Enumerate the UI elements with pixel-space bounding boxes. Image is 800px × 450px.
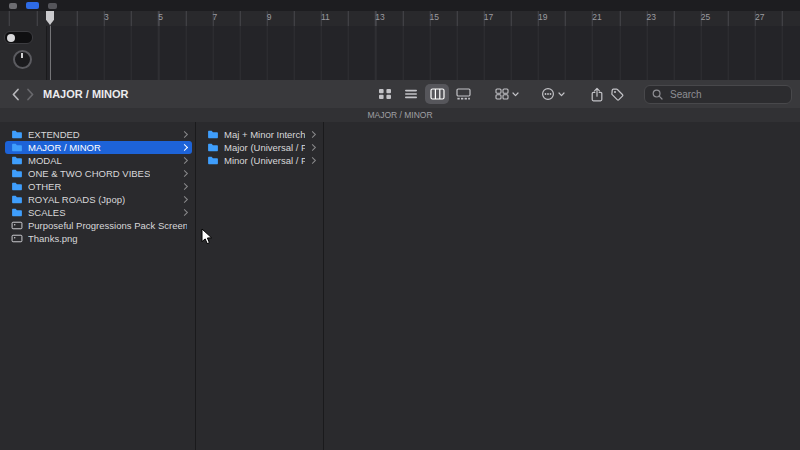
playhead-marker[interactable]: [46, 11, 54, 25]
search-field[interactable]: [644, 85, 792, 104]
finder-window: MAJOR / MINOR: [0, 80, 800, 450]
file-row[interactable]: Minor (Universal / Pop): [201, 154, 320, 167]
ruler-bar-number: 7: [213, 12, 218, 22]
group-by-icon: [495, 88, 509, 100]
forward-button[interactable]: [23, 86, 38, 103]
folder-icon: [207, 156, 219, 165]
chevron-right-icon: [181, 131, 188, 138]
ruler-bar-number: 5: [158, 12, 163, 22]
folder-icon: [207, 130, 219, 139]
view-switcher: [373, 84, 475, 104]
browser-column-2: Maj + Minor InterchangeMajor (Universal …: [196, 122, 324, 450]
file-row-label: ONE & TWO CHORD VIBES: [28, 167, 150, 180]
file-row-label: Maj + Minor Interchange: [224, 128, 305, 141]
file-row[interactable]: Maj + Minor Interchange: [201, 128, 320, 141]
chevron-left-icon: [11, 88, 20, 101]
chevron-right-icon: [181, 157, 188, 164]
ruler-bar-number: 11: [321, 12, 330, 22]
list-view-button[interactable]: [399, 84, 423, 104]
browser-column-1: EXTENDEDMAJOR / MINORMODALONE & TWO CHOR…: [0, 122, 196, 450]
toggle-knob-icon: [7, 34, 15, 42]
track-header: [0, 26, 47, 80]
search-icon: [652, 89, 663, 100]
list-view-icon: [404, 88, 418, 100]
tags-button[interactable]: [607, 86, 628, 103]
file-row[interactable]: SCALES: [5, 206, 192, 219]
file-row-label: MAJOR / MINOR: [28, 141, 101, 154]
file-row[interactable]: Thanks.png: [5, 232, 192, 245]
file-row-label: SCALES: [28, 206, 66, 219]
file-row-label: Minor (Universal / Pop): [224, 154, 305, 167]
file-row[interactable]: EXTENDED: [5, 128, 192, 141]
tag-icon: [611, 88, 624, 101]
daw-active-tool-icon[interactable]: [26, 2, 39, 9]
file-row[interactable]: Major (Universal / Pop): [201, 141, 320, 154]
toggle-switch[interactable]: [4, 31, 33, 44]
file-row[interactable]: Purposeful Progressions Pack Screenshot: [5, 219, 192, 232]
current-folder-label: MAJOR / MINOR: [367, 110, 432, 120]
daw-toolbar-icon[interactable]: [9, 3, 17, 9]
gallery-view-icon: [456, 88, 471, 100]
ruler-bar-number: 25: [701, 12, 710, 22]
ruler-bar-number: 15: [430, 12, 439, 22]
group-by-button[interactable]: [491, 86, 523, 102]
folder-icon: [11, 169, 23, 178]
share-icon: [591, 87, 603, 102]
share-button[interactable]: [587, 85, 607, 104]
folder-icon: [11, 130, 23, 139]
more-actions-icon: [541, 87, 555, 101]
file-row[interactable]: ONE & TWO CHORD VIBES: [5, 167, 192, 180]
daw-topbar: [0, 0, 800, 11]
file-row[interactable]: OTHER: [5, 180, 192, 193]
ruler-bar-number: 9: [267, 12, 272, 22]
daw-area: 3579111315171921232527: [0, 0, 800, 81]
ruler-bar-number: 23: [647, 12, 656, 22]
image-file-icon: [11, 234, 23, 243]
chevron-down-icon: [512, 92, 519, 97]
chevron-down-icon: [558, 92, 565, 97]
search-input[interactable]: [668, 88, 784, 101]
folder-icon: [207, 143, 219, 152]
ruler-bar-number: 27: [755, 12, 764, 22]
chevron-right-icon: [181, 209, 188, 216]
path-bar: MAJOR / MINOR: [0, 108, 800, 123]
more-actions-button[interactable]: [537, 85, 569, 103]
window-title: MAJOR / MINOR: [43, 88, 129, 100]
ruler-bar-number: 19: [538, 12, 547, 22]
chevron-right-icon: [309, 157, 316, 164]
chevron-right-icon: [181, 170, 188, 177]
chevron-right-icon: [309, 131, 316, 138]
finder-toolbar: MAJOR / MINOR: [0, 80, 800, 109]
column-view-icon: [430, 88, 445, 100]
chevron-right-icon: [309, 144, 316, 151]
chevron-right-icon: [26, 88, 35, 101]
column-view-button[interactable]: [425, 84, 449, 104]
image-file-icon: [11, 221, 23, 230]
file-row-label: Thanks.png: [28, 232, 78, 245]
ruler-bar-number: 21: [592, 12, 601, 22]
folder-icon: [11, 156, 23, 165]
file-browser: EXTENDEDMAJOR / MINORMODALONE & TWO CHOR…: [0, 122, 800, 450]
chevron-right-icon: [181, 144, 188, 151]
chevron-right-icon: [181, 196, 188, 203]
icon-view-button[interactable]: [373, 84, 397, 104]
file-row[interactable]: ROYAL ROADS (Jpop): [5, 193, 192, 206]
folder-icon: [11, 182, 23, 191]
file-row-label: Major (Universal / Pop): [224, 141, 305, 154]
file-row[interactable]: MAJOR / MINOR: [5, 141, 192, 154]
rotary-knob[interactable]: [13, 50, 32, 69]
file-row-label: MODAL: [28, 154, 62, 167]
back-button[interactable]: [8, 86, 23, 103]
playhead-line: [50, 26, 51, 80]
file-row-label: OTHER: [28, 180, 61, 193]
folder-icon: [11, 195, 23, 204]
ruler-bar-number: 17: [484, 12, 493, 22]
chevron-right-icon: [181, 183, 188, 190]
track-area[interactable]: [0, 26, 800, 80]
timeline-ruler[interactable]: 3579111315171921232527: [0, 11, 800, 27]
browser-column-3: [324, 122, 800, 450]
file-row[interactable]: MODAL: [5, 154, 192, 167]
gallery-view-button[interactable]: [451, 84, 475, 104]
ruler-bar-number: 13: [375, 12, 384, 22]
daw-toolbar-icon[interactable]: [48, 3, 57, 9]
